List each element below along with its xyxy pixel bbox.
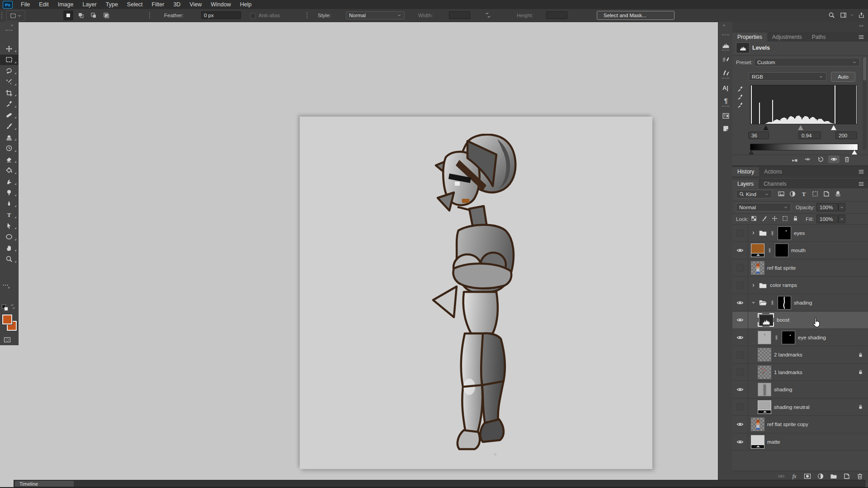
filter-smart-object-icon[interactable] [823, 190, 830, 197]
visibility-icon[interactable] [828, 155, 840, 163]
edit-toolbar-ellipsis-icon[interactable] [2, 282, 9, 288]
menu-file[interactable]: File [16, 0, 34, 9]
default-colors-icon[interactable] [2, 305, 8, 311]
layer-thumbnail[interactable] [758, 383, 771, 396]
layer-thumbnail[interactable] [758, 400, 771, 414]
layer-name[interactable]: ref flat sprite [767, 265, 868, 271]
layer-name[interactable]: boost [777, 317, 868, 323]
pasteboard[interactable] [0, 22, 718, 488]
panel-menu-icon[interactable] [858, 181, 864, 187]
white-input-slider[interactable] [831, 125, 836, 130]
tool-healing-brush[interactable] [0, 110, 18, 120]
panel-info-icon[interactable] [720, 110, 731, 121]
layer-thumbnail[interactable] [751, 435, 764, 449]
layer-row[interactable]: shading [732, 381, 868, 399]
layer-row[interactable]: boost [732, 312, 868, 329]
new-selection-icon[interactable] [63, 10, 73, 20]
panel-character-icon[interactable]: A| [720, 82, 731, 93]
tool-clone-stamp[interactable] [0, 132, 18, 142]
fill-value[interactable]: 100% [816, 215, 838, 223]
tool-dodge[interactable] [0, 188, 18, 198]
layer-thumbnail[interactable] [751, 261, 764, 275]
group-expand-icon[interactable] [751, 230, 756, 235]
layer-visibility-empty[interactable] [732, 259, 748, 276]
tool-history-brush[interactable] [0, 143, 18, 154]
style-select[interactable]: Normal [346, 11, 405, 19]
menu-type[interactable]: Type [101, 0, 123, 9]
layer-name[interactable]: 2 landmarks [774, 352, 855, 357]
filter-shape-icon[interactable] [811, 190, 819, 197]
expand-dock-icon[interactable]: « [723, 23, 725, 28]
channel-select[interactable]: RGB [749, 72, 826, 81]
filter-kind-select[interactable]: Kind [736, 190, 772, 198]
new-group-icon[interactable] [830, 473, 837, 480]
menu-filter[interactable]: Filter [147, 0, 169, 9]
layers-tab-layers[interactable]: Layers [732, 179, 759, 188]
layer-name[interactable]: shading [774, 387, 868, 392]
tool-pen[interactable] [0, 198, 18, 209]
swap-colors-icon[interactable] [10, 304, 16, 310]
group-collapse-icon[interactable] [751, 300, 756, 305]
layer-row[interactable]: eyes [732, 225, 868, 242]
delete-layer-icon[interactable] [856, 473, 863, 480]
layer-visibility-empty[interactable] [732, 225, 748, 241]
tool-crop[interactable] [0, 88, 18, 98]
layer-row[interactable]: shading neutral [732, 399, 868, 416]
filter-image-icon[interactable] [778, 190, 785, 197]
history-tab-actions[interactable]: Actions [759, 167, 787, 176]
intersect-selection-icon[interactable] [101, 10, 111, 20]
menu-select[interactable]: Select [123, 0, 147, 9]
anti-alias-checkbox[interactable] [250, 13, 256, 19]
input-black-value[interactable]: 36 [748, 131, 769, 139]
photoshop-logo[interactable]: Ps [3, 1, 13, 9]
output-black-slider[interactable] [749, 150, 754, 155]
foreground-color-swatch[interactable] [2, 314, 12, 324]
document-canvas[interactable] [300, 117, 652, 469]
layer-name[interactable]: mouth [791, 248, 868, 253]
menu-image[interactable]: Image [53, 0, 78, 9]
lock-position-icon[interactable] [771, 215, 778, 222]
auto-button[interactable]: Auto [831, 72, 855, 82]
layer-visibility-eye-icon[interactable] [732, 242, 748, 259]
options-grip[interactable] [1, 12, 2, 19]
view-previous-icon[interactable] [804, 156, 811, 163]
subtract-from-selection-icon[interactable] [89, 10, 99, 20]
layer-visibility-eye-icon[interactable] [732, 294, 748, 311]
tool-lasso[interactable] [0, 66, 18, 76]
tool-eraser[interactable] [0, 154, 18, 164]
lock-artboard-icon[interactable] [782, 215, 788, 222]
clip-to-layer-icon[interactable] [791, 156, 798, 163]
fill-chevron[interactable] [838, 215, 845, 223]
chevron-down-icon[interactable] [850, 13, 854, 17]
layer-name[interactable]: ref flat sprite copy [767, 422, 868, 427]
layer-mask-thumbnail[interactable] [778, 296, 791, 310]
menu-view[interactable]: View [185, 0, 206, 9]
timeline-panel[interactable]: Timeline [14, 480, 865, 487]
layer-name[interactable]: color ramps [770, 282, 868, 288]
properties-tab-paths[interactable]: Paths [807, 33, 831, 42]
layer-visibility-empty[interactable] [732, 364, 748, 380]
output-white-slider[interactable] [852, 150, 857, 155]
layer-visibility-empty[interactable] [732, 399, 748, 415]
tool-eyedropper[interactable] [0, 99, 18, 109]
collapse-dock-icon[interactable]: »» [859, 23, 863, 28]
mask-link-icon[interactable] [774, 334, 779, 341]
panel-menu-icon[interactable] [858, 169, 864, 175]
layer-row[interactable]: shading [732, 294, 868, 311]
layer-thumbnail[interactable] [751, 418, 764, 431]
blend-mode-select[interactable]: Normal [736, 203, 791, 211]
layer-row[interactable]: 2 landmarks [732, 347, 868, 364]
panel-paragraph-icon[interactable]: ¶ [720, 95, 731, 106]
layer-visibility-eye-icon[interactable] [732, 312, 748, 328]
filter-adjustment-icon[interactable] [789, 190, 796, 197]
properties-scrollbar[interactable] [863, 56, 867, 150]
new-layer-icon[interactable] [843, 473, 850, 480]
panel-histogram-icon[interactable] [720, 40, 731, 51]
layer-row[interactable]: color ramps [732, 277, 868, 294]
lock-image-icon[interactable] [761, 215, 768, 222]
layer-name[interactable]: shading [794, 300, 868, 305]
layer-visibility-empty[interactable] [732, 347, 748, 363]
link-layers-icon[interactable] [778, 473, 785, 480]
layer-row[interactable]: eye shading [732, 329, 868, 346]
properties-tab-properties[interactable]: Properties [732, 33, 767, 42]
